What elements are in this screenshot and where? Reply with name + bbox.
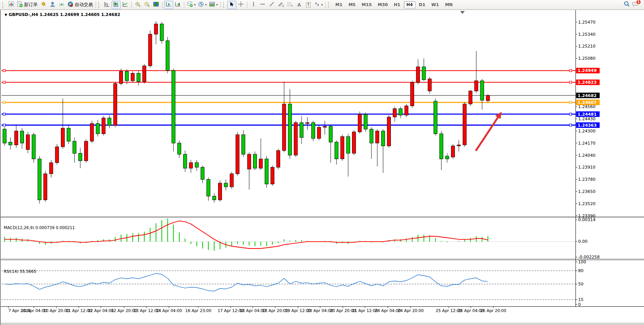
time-tick-label: 21 Apr 12:00 — [352, 308, 378, 313]
svg-text:F: F — [292, 5, 293, 7]
candle-body — [195, 162, 198, 167]
fibonacci-button[interactable]: F — [285, 1, 295, 9]
timeframe-button-M15[interactable]: M15 — [359, 1, 374, 8]
hline-handle[interactable] — [569, 70, 572, 72]
horizontal-line-button[interactable] — [258, 1, 267, 9]
hline-handle[interactable] — [3, 70, 5, 72]
timeframe-button-H4[interactable]: H4 — [404, 1, 416, 8]
price-tick-label: 1.25080 — [578, 56, 596, 61]
candle-body — [218, 183, 222, 200]
horizontal-line-icon — [260, 1, 266, 9]
text-label-button[interactable]: T — [304, 1, 313, 9]
candle-body — [323, 126, 327, 127]
profile-button[interactable] — [48, 1, 57, 9]
arrows-tool-icon — [314, 1, 320, 9]
timeframe-button-M5[interactable]: M5 — [346, 1, 359, 8]
candle-body — [399, 108, 402, 115]
rsi-indicator-label: RSI(14) 55.5665 — [4, 269, 36, 274]
dropdown-caret-icon: ▾ — [194, 3, 196, 6]
hline-handle[interactable] — [569, 124, 572, 126]
candle-body — [259, 159, 263, 168]
new-chart-button[interactable]: ▾ — [186, 1, 197, 9]
candle-body — [3, 129, 6, 143]
hline-handle[interactable] — [3, 124, 5, 126]
price-badge-label: 1.24481 — [578, 112, 597, 117]
candle-body — [381, 131, 385, 146]
timeframe-button-MN[interactable]: MN — [442, 1, 455, 8]
chart-shift-button[interactable] — [173, 1, 182, 9]
line-chart-icon — [122, 1, 128, 9]
toolbar-separator — [325, 2, 326, 8]
timeframe-button-W1[interactable]: W1 — [429, 1, 442, 8]
text-button[interactable]: A — [295, 1, 304, 9]
templates-button[interactable]: ▾ — [208, 1, 219, 9]
hline-handle[interactable] — [3, 101, 5, 104]
line-chart-button[interactable] — [121, 1, 130, 9]
bar-chart-icon — [104, 1, 110, 9]
macd-indicator-label: MACD(12,26,9) 0.000739 0.000211 — [4, 225, 75, 230]
timeframe-button-H1[interactable]: H1 — [391, 1, 403, 8]
trendline-icon — [269, 1, 275, 9]
auto-scroll-button[interactable] — [164, 1, 173, 9]
price-tick-label: 1.23780 — [578, 177, 596, 182]
tile-windows-button[interactable] — [151, 1, 161, 9]
bar-chart-button[interactable] — [102, 1, 112, 9]
search-button[interactable] — [622, 1, 631, 9]
toolbar-grip — [98, 2, 101, 8]
cursor-button[interactable] — [227, 1, 236, 9]
styles-button[interactable] — [39, 1, 48, 9]
crosshair-button[interactable] — [236, 1, 245, 9]
zoom-in-button[interactable] — [133, 1, 142, 9]
arrows-tool-button[interactable]: ▾ — [313, 1, 324, 9]
candle-body — [137, 73, 140, 82]
zoom-out-button[interactable] — [142, 1, 151, 9]
candle-body — [463, 104, 466, 145]
hline-handle[interactable] — [569, 113, 572, 115]
price-tick-label: 1.24300 — [578, 129, 596, 134]
candle-body — [96, 124, 99, 134]
tile-windows-icon — [153, 1, 159, 9]
signal-button[interactable] — [57, 1, 66, 9]
candle-body — [311, 123, 315, 139]
price-tick-label: 1.24560 — [578, 105, 596, 110]
chart-shift-icon — [175, 1, 181, 9]
timeframe-button-M1[interactable]: M1 — [333, 1, 345, 8]
candle-body — [131, 73, 134, 81]
timeframe-button-M30[interactable]: M30 — [375, 1, 391, 8]
candle-body — [61, 128, 65, 147]
candle-body — [288, 104, 292, 155]
candle-body — [486, 96, 489, 101]
hline-handle[interactable] — [3, 113, 5, 115]
new-order-button[interactable]: 新订单 — [16, 1, 39, 9]
notifications-button[interactable]: 1 — [631, 1, 640, 9]
profiles-button[interactable]: ▾ — [197, 1, 208, 9]
candle-body — [411, 83, 414, 106]
candle-body — [154, 24, 158, 34]
candle-body — [405, 106, 408, 115]
timeframe-button-D1[interactable]: D1 — [416, 1, 428, 8]
chart-window-button[interactable] — [6, 1, 16, 9]
chart-menu-icon[interactable]: ▼ — [5, 13, 7, 17]
candle-body — [376, 131, 379, 143]
styles-bucket-icon — [40, 1, 46, 9]
dropdown-caret-icon: ▾ — [205, 3, 207, 6]
vertical-line-button[interactable] — [249, 1, 258, 9]
candle-body — [212, 196, 216, 200]
macd-tick-label: 0.00314 — [578, 217, 596, 222]
chart-symbol-period: GBPUSD-,H4 — [9, 12, 38, 17]
chart-canvas[interactable]: 1.254701.253401.252101.250801.245601.244… — [0, 10, 644, 325]
toolbar-separator — [131, 2, 132, 8]
candlestick-chart-icon — [113, 1, 119, 9]
time-tick-label: 18 Apr 20:00 — [262, 308, 288, 313]
time-tick-label: 24 Apr 04:00 — [375, 308, 401, 313]
chart-title[interactable]: ▼ GBPUSD-,H4 1.24625 1.24699 1.24605 1.2… — [5, 12, 120, 17]
price-tick-label: 1.23650 — [578, 189, 596, 194]
hline-handle[interactable] — [569, 101, 572, 104]
hline-handle[interactable] — [569, 81, 572, 83]
trendline-button[interactable] — [267, 1, 276, 9]
candlestick-chart-button[interactable] — [112, 1, 121, 9]
rsi-tick-label: 100 — [578, 260, 586, 264]
hline-handle[interactable] — [3, 81, 5, 83]
equidistant-channel-button[interactable]: E — [276, 1, 285, 9]
autotrade-button[interactable]: 自动交易 — [66, 1, 94, 9]
